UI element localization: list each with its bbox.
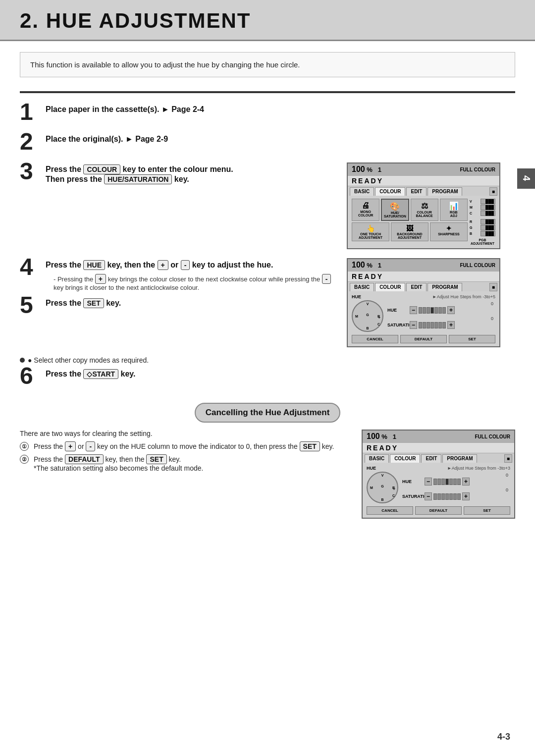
- screen3-ready: READY: [363, 442, 514, 453]
- tab3-program[interactable]: PROGRAM: [442, 454, 477, 463]
- colour-menu-screen: 100 % 1 FULL COLOUR READY BASIC COLOUR E…: [347, 162, 500, 249]
- icon-colour-balance: ⚖ COLOURBALANCE: [411, 199, 438, 221]
- step-2-title: Place the original(s). ► Page 2-9: [46, 135, 515, 144]
- step-4-row: 4 Press the HUE key, then the + or - key…: [20, 258, 337, 291]
- screen2-top: 100 % 1 FULL COLOUR: [348, 259, 499, 271]
- icon-background-adj: 🖼 BACKGROUNDADJUSTMENT: [391, 222, 428, 241]
- tab-program[interactable]: PROGRAM: [428, 187, 462, 196]
- cancel-hue-row-label: HUE: [402, 479, 423, 484]
- screen1-icons: 🖨 MONOCOLOUR 🎨 HUE/SATURATION ⚖ COLOURBA: [352, 199, 468, 245]
- icon-monocolour: 🖨 MONOCOLOUR: [352, 199, 379, 221]
- cancel-sat-minus[interactable]: −: [425, 492, 432, 500]
- cancel-hue-bar: [433, 479, 461, 485]
- cancel-item-1: ① Press the + or - key on the HUE column…: [20, 441, 352, 451]
- cancel-cancel-btn[interactable]: CANCEL: [367, 506, 413, 515]
- cancel-hue-minus[interactable]: −: [425, 478, 432, 486]
- page-title: 2. HUE ADJUSTMENT: [20, 9, 515, 33]
- sat-plus-btn[interactable]: +: [447, 321, 455, 329]
- cancel-sat-row: SATURATION −: [402, 492, 510, 500]
- screen3-fullcolour: FULL COLOUR: [475, 434, 510, 439]
- cancel-set-btn[interactable]: SET: [464, 506, 510, 515]
- cancel-item-2-text: Press the DEFAULT key, then the SET key.…: [34, 454, 203, 472]
- tab-edit[interactable]: EDIT: [406, 187, 427, 196]
- step-4-sub: - Pressing the + key brings the colour c…: [46, 274, 337, 291]
- page-header: 2. HUE ADJUSTMENT: [0, 0, 535, 41]
- cancel-hue-circle: V R G M C B +: [367, 472, 398, 503]
- info-box: This function is available to allow you …: [20, 52, 515, 77]
- screen2-ready: READY: [348, 271, 499, 282]
- screen1-fullcolour: FULL COLOUR: [460, 167, 495, 172]
- cancel-sat-label: SATURATION: [402, 494, 423, 499]
- tab3-basic[interactable]: BASIC: [365, 454, 389, 463]
- screen2-pct: 100 % 1: [352, 261, 381, 270]
- tab2-basic[interactable]: BASIC: [350, 283, 374, 291]
- cancel-hue-adjust: ►Adjust Hue Steps from -3to+3: [447, 466, 510, 471]
- hue-buttons: CANCEL DEFAULT SET: [352, 335, 495, 343]
- icon-one-touch: 👆 ONE TOUCHADJUSTMENT: [352, 222, 389, 241]
- bullet-dot-icon: [20, 358, 25, 363]
- set-key: SET: [83, 298, 104, 308]
- hue-bar: [419, 307, 446, 314]
- tab-basic[interactable]: BASIC: [350, 187, 374, 196]
- tab2-program[interactable]: PROGRAM: [428, 283, 462, 291]
- tab3-colour[interactable]: COLOUR: [390, 454, 420, 463]
- select-other-text: ● Select other copy modes as required.: [20, 356, 515, 364]
- hue-circle: V R G M C B +: [352, 300, 383, 332]
- sat-zero: 0: [387, 316, 495, 321]
- cancel-note: *The saturation setting also becomes the…: [34, 464, 203, 472]
- tab3-end: ■: [504, 454, 512, 463]
- screen1-content: 🖨 MONOCOLOUR 🎨 HUE/SATURATION ⚖ COLOURBA: [348, 196, 499, 248]
- side-tab: 4: [517, 168, 535, 189]
- cancel-sat-plus[interactable]: +: [462, 492, 470, 500]
- cancel-default-btn[interactable]: DEFAULT: [415, 506, 462, 515]
- screen1-rbar: V███ M███ C███ R███ G███ B███ PGBADJUSTM…: [470, 199, 495, 245]
- step-5-title: Press the SET key.: [46, 298, 337, 308]
- hue-key: HUE: [83, 260, 105, 270]
- step-4-screen: 100 % 1 FULL COLOUR READY BASIC COLOUR E…: [347, 258, 515, 347]
- cancel-hue-row1: HUE ►Adjust Hue Steps from -3to+3: [367, 466, 510, 471]
- step-2-content: Place the original(s). ► Page 2-9: [46, 133, 515, 145]
- tab2-edit[interactable]: EDIT: [406, 283, 427, 291]
- colour-icons-grid: 🖨 MONOCOLOUR 🎨 HUE/SATURATION ⚖ COLOURBA: [352, 199, 468, 221]
- step-1-content: Place paper in the cassette(s). ► Page 2…: [46, 103, 515, 115]
- step-6-content: Press the ◇START key.: [46, 367, 515, 380]
- plus-key: +: [158, 260, 168, 270]
- cancel-hue-buttons: CANCEL DEFAULT SET: [367, 506, 510, 515]
- cancel-hue-plus[interactable]: +: [462, 478, 470, 486]
- screen1-ready: READY: [348, 175, 499, 186]
- set-key-c2: SET: [146, 454, 166, 464]
- step-1-title: Place paper in the cassette(s). ► Page 2…: [46, 105, 515, 114]
- step-1: 1 Place paper in the cassette(s). ► Page…: [20, 103, 515, 124]
- cancel-hue-ctrl: 0 HUE −: [402, 473, 510, 502]
- hue-minus-btn[interactable]: −: [410, 306, 417, 314]
- hue-plus-btn[interactable]: +: [447, 306, 455, 314]
- sat-control-row: SATURATION −: [387, 321, 495, 329]
- tab2-end: ■: [489, 283, 497, 291]
- cancel-body: There are two ways for clearing the sett…: [20, 430, 515, 519]
- hue-label: HUE: [352, 294, 361, 299]
- default-key-c2: DEFAULT: [65, 454, 104, 464]
- cancel-sat-zero: 0: [402, 487, 510, 492]
- cancel-btn[interactable]: CANCEL: [352, 335, 398, 343]
- cancel-item-2: ② Press the DEFAULT key, then the SET ke…: [20, 454, 352, 472]
- tab-colour[interactable]: COLOUR: [375, 187, 405, 196]
- sat-bar: [419, 322, 446, 328]
- tab-end: ■: [489, 187, 497, 196]
- step-4-left: 4 Press the HUE key, then the + or - key…: [20, 258, 337, 317]
- step-6-number: 6: [20, 364, 46, 388]
- cancel-hue-body: HUE ►Adjust Hue Steps from -3to+3 V R G …: [363, 463, 514, 518]
- cancel-screen-wrap: 100 % 1 FULL COLOUR READY BASIC COLOUR E…: [362, 430, 515, 519]
- tab3-edit[interactable]: EDIT: [421, 454, 441, 463]
- circle-num-2: ②: [20, 455, 29, 464]
- step-4-content: Press the HUE key, then the + or - key t…: [46, 258, 337, 291]
- screen2-fullcolour: FULL COLOUR: [460, 263, 495, 268]
- sat-minus-btn[interactable]: −: [410, 321, 417, 329]
- screen3-top: 100 % 1 FULL COLOUR: [363, 431, 514, 442]
- set-btn[interactable]: SET: [449, 335, 495, 343]
- default-btn[interactable]: DEFAULT: [400, 335, 447, 343]
- step-3: 3 Press the COLOUR key to enter the colo…: [20, 162, 515, 249]
- sat-row-label: SATURATION: [387, 323, 408, 327]
- tab2-colour[interactable]: COLOUR: [375, 283, 405, 291]
- minus-key-sub: -: [322, 274, 331, 284]
- step-5-content: Press the SET key.: [46, 296, 337, 309]
